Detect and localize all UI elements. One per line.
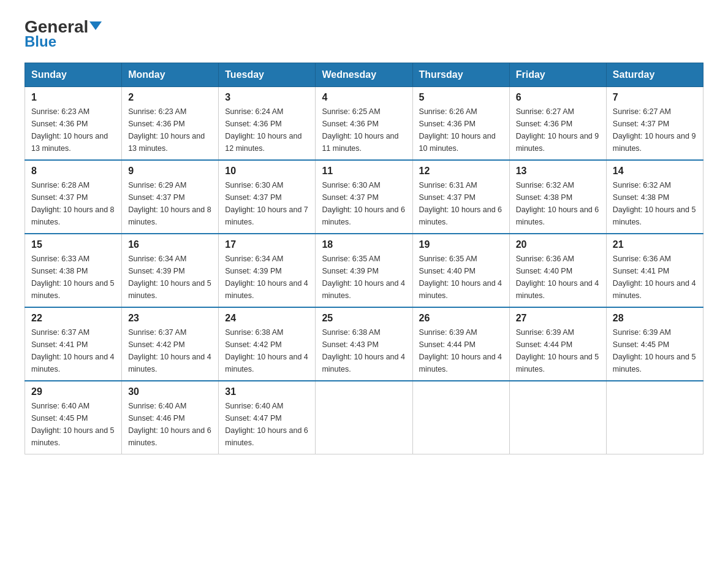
calendar-day-cell xyxy=(316,381,412,454)
calendar-day-cell: 15 Sunrise: 6:33 AMSunset: 4:38 PMDaylig… xyxy=(25,234,122,307)
calendar-day-cell: 26 Sunrise: 6:39 AMSunset: 4:44 PMDaylig… xyxy=(412,307,509,381)
day-number: 24 xyxy=(225,313,309,324)
day-info: Sunrise: 6:36 AMSunset: 4:40 PMDaylight:… xyxy=(516,255,599,300)
day-info: Sunrise: 6:23 AMSunset: 4:36 PMDaylight:… xyxy=(128,107,205,153)
day-number: 15 xyxy=(31,239,115,250)
day-number: 7 xyxy=(613,92,697,103)
calendar-day-cell: 11 Sunrise: 6:30 AMSunset: 4:37 PMDaylig… xyxy=(316,160,412,234)
day-number: 8 xyxy=(31,166,115,177)
calendar-day-cell: 29 Sunrise: 6:40 AMSunset: 4:45 PMDaylig… xyxy=(25,381,122,454)
calendar-day-cell: 20 Sunrise: 6:36 AMSunset: 4:40 PMDaylig… xyxy=(509,234,606,307)
day-info: Sunrise: 6:35 AMSunset: 4:39 PMDaylight:… xyxy=(322,255,405,300)
day-number: 25 xyxy=(322,313,406,324)
weekday-header-cell: Thursday xyxy=(412,63,509,87)
day-number: 9 xyxy=(128,166,212,177)
day-number: 4 xyxy=(322,92,406,103)
weekday-header-row: SundayMondayTuesdayWednesdayThursdayFrid… xyxy=(25,63,703,87)
calendar-day-cell: 4 Sunrise: 6:25 AMSunset: 4:36 PMDayligh… xyxy=(316,87,412,161)
day-info: Sunrise: 6:39 AMSunset: 4:44 PMDaylight:… xyxy=(516,328,599,373)
day-number: 23 xyxy=(128,313,212,324)
calendar-day-cell: 23 Sunrise: 6:37 AMSunset: 4:42 PMDaylig… xyxy=(122,307,219,381)
day-info: Sunrise: 6:27 AMSunset: 4:37 PMDaylight:… xyxy=(613,107,696,153)
weekday-header-cell: Saturday xyxy=(606,63,703,87)
day-info: Sunrise: 6:25 AMSunset: 4:36 PMDaylight:… xyxy=(322,107,398,153)
day-number: 20 xyxy=(516,239,600,250)
calendar-day-cell xyxy=(606,381,703,454)
calendar-day-cell: 6 Sunrise: 6:27 AMSunset: 4:36 PMDayligh… xyxy=(509,87,606,161)
calendar-day-cell: 24 Sunrise: 6:38 AMSunset: 4:42 PMDaylig… xyxy=(219,307,316,381)
calendar-day-cell: 13 Sunrise: 6:32 AMSunset: 4:38 PMDaylig… xyxy=(509,160,606,234)
weekday-header-cell: Monday xyxy=(122,63,219,87)
calendar-day-cell: 28 Sunrise: 6:39 AMSunset: 4:45 PMDaylig… xyxy=(606,307,703,381)
day-info: Sunrise: 6:27 AMSunset: 4:36 PMDaylight:… xyxy=(516,107,599,153)
day-number: 27 xyxy=(516,313,600,324)
day-info: Sunrise: 6:37 AMSunset: 4:41 PMDaylight:… xyxy=(31,328,115,373)
calendar-day-cell: 18 Sunrise: 6:35 AMSunset: 4:39 PMDaylig… xyxy=(316,234,412,307)
calendar-week-row: 22 Sunrise: 6:37 AMSunset: 4:41 PMDaylig… xyxy=(25,307,703,381)
day-number: 3 xyxy=(225,92,309,103)
calendar-body: 1 Sunrise: 6:23 AMSunset: 4:36 PMDayligh… xyxy=(25,87,703,454)
logo-blue-text: Blue xyxy=(25,33,56,50)
calendar-day-cell: 21 Sunrise: 6:36 AMSunset: 4:41 PMDaylig… xyxy=(606,234,703,307)
calendar-day-cell: 8 Sunrise: 6:28 AMSunset: 4:37 PMDayligh… xyxy=(25,160,122,234)
day-info: Sunrise: 6:39 AMSunset: 4:45 PMDaylight:… xyxy=(613,328,696,373)
calendar-day-cell: 5 Sunrise: 6:26 AMSunset: 4:36 PMDayligh… xyxy=(412,87,509,161)
calendar-day-cell: 12 Sunrise: 6:31 AMSunset: 4:37 PMDaylig… xyxy=(412,160,509,234)
day-number: 31 xyxy=(225,386,309,397)
day-number: 13 xyxy=(516,166,600,177)
calendar-day-cell: 31 Sunrise: 6:40 AMSunset: 4:47 PMDaylig… xyxy=(219,381,316,454)
calendar-day-cell: 10 Sunrise: 6:30 AMSunset: 4:37 PMDaylig… xyxy=(219,160,316,234)
calendar-day-cell xyxy=(509,381,606,454)
calendar-week-row: 1 Sunrise: 6:23 AMSunset: 4:36 PMDayligh… xyxy=(25,87,703,161)
day-number: 19 xyxy=(419,239,503,250)
day-info: Sunrise: 6:34 AMSunset: 4:39 PMDaylight:… xyxy=(225,255,308,300)
day-info: Sunrise: 6:23 AMSunset: 4:36 PMDaylight:… xyxy=(31,107,108,153)
day-info: Sunrise: 6:38 AMSunset: 4:42 PMDaylight:… xyxy=(225,328,308,373)
day-number: 18 xyxy=(322,239,406,250)
day-number: 2 xyxy=(128,92,212,103)
day-info: Sunrise: 6:26 AMSunset: 4:36 PMDaylight:… xyxy=(419,107,496,153)
calendar-day-cell: 19 Sunrise: 6:35 AMSunset: 4:40 PMDaylig… xyxy=(412,234,509,307)
calendar-day-cell: 16 Sunrise: 6:34 AMSunset: 4:39 PMDaylig… xyxy=(122,234,219,307)
weekday-header-cell: Sunday xyxy=(25,63,122,87)
calendar-day-cell: 27 Sunrise: 6:39 AMSunset: 4:44 PMDaylig… xyxy=(509,307,606,381)
day-info: Sunrise: 6:40 AMSunset: 4:47 PMDaylight:… xyxy=(225,402,308,447)
day-number: 12 xyxy=(419,166,503,177)
calendar-week-row: 29 Sunrise: 6:40 AMSunset: 4:45 PMDaylig… xyxy=(25,381,703,454)
day-info: Sunrise: 6:30 AMSunset: 4:37 PMDaylight:… xyxy=(225,181,308,226)
logo: General Blue xyxy=(25,18,102,50)
day-number: 5 xyxy=(419,92,503,103)
calendar-day-cell: 9 Sunrise: 6:29 AMSunset: 4:37 PMDayligh… xyxy=(122,160,219,234)
calendar-week-row: 8 Sunrise: 6:28 AMSunset: 4:37 PMDayligh… xyxy=(25,160,703,234)
day-number: 1 xyxy=(31,92,115,103)
calendar-table: SundayMondayTuesdayWednesdayThursdayFrid… xyxy=(25,63,703,454)
calendar-week-row: 15 Sunrise: 6:33 AMSunset: 4:38 PMDaylig… xyxy=(25,234,703,307)
day-number: 29 xyxy=(31,386,115,397)
day-number: 30 xyxy=(128,386,212,397)
day-info: Sunrise: 6:35 AMSunset: 4:40 PMDaylight:… xyxy=(419,255,502,300)
calendar-day-cell: 7 Sunrise: 6:27 AMSunset: 4:37 PMDayligh… xyxy=(606,87,703,161)
day-number: 21 xyxy=(613,239,697,250)
weekday-header-cell: Wednesday xyxy=(316,63,412,87)
weekday-header-cell: Friday xyxy=(509,63,606,87)
day-info: Sunrise: 6:32 AMSunset: 4:38 PMDaylight:… xyxy=(613,181,696,226)
weekday-header-cell: Tuesday xyxy=(219,63,316,87)
calendar-day-cell: 25 Sunrise: 6:38 AMSunset: 4:43 PMDaylig… xyxy=(316,307,412,381)
day-info: Sunrise: 6:31 AMSunset: 4:37 PMDaylight:… xyxy=(419,181,502,226)
calendar-day-cell: 14 Sunrise: 6:32 AMSunset: 4:38 PMDaylig… xyxy=(606,160,703,234)
day-info: Sunrise: 6:39 AMSunset: 4:44 PMDaylight:… xyxy=(419,328,502,373)
day-info: Sunrise: 6:34 AMSunset: 4:39 PMDaylight:… xyxy=(128,255,211,300)
day-info: Sunrise: 6:32 AMSunset: 4:38 PMDaylight:… xyxy=(516,181,599,226)
day-info: Sunrise: 6:29 AMSunset: 4:37 PMDaylight:… xyxy=(128,181,211,226)
day-number: 14 xyxy=(613,166,697,177)
day-info: Sunrise: 6:36 AMSunset: 4:41 PMDaylight:… xyxy=(613,255,696,300)
calendar-day-cell: 30 Sunrise: 6:40 AMSunset: 4:46 PMDaylig… xyxy=(122,381,219,454)
day-info: Sunrise: 6:28 AMSunset: 4:37 PMDaylight:… xyxy=(31,181,115,226)
day-number: 22 xyxy=(31,313,115,324)
calendar-day-cell: 3 Sunrise: 6:24 AMSunset: 4:36 PMDayligh… xyxy=(219,87,316,161)
calendar-day-cell xyxy=(412,381,509,454)
day-info: Sunrise: 6:38 AMSunset: 4:43 PMDaylight:… xyxy=(322,328,405,373)
logo-triangle-icon xyxy=(89,21,102,30)
day-info: Sunrise: 6:37 AMSunset: 4:42 PMDaylight:… xyxy=(128,328,211,373)
day-number: 26 xyxy=(419,313,503,324)
